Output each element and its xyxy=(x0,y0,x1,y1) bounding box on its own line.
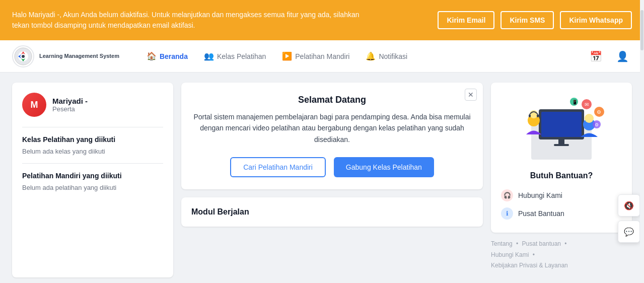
notification-buttons: Kirim Email Kirim SMS Kirim Whatsapp xyxy=(438,11,632,29)
nav-pelatihan-mandiri[interactable]: ▶️ Pelatihan Mandiri xyxy=(275,47,356,65)
hubungi-kami-item[interactable]: 🎧 Hubungi Kami xyxy=(501,186,622,204)
chat-button[interactable]: 💬 xyxy=(618,221,640,243)
float-buttons: 🔇 💬 xyxy=(618,194,640,243)
center-content: ✕ Selamat Datang Portal sistem manajemen… xyxy=(181,83,483,277)
footer-hubungi-kami[interactable]: Hubungi Kami xyxy=(491,251,529,258)
illustration-svg: ✉ ⚙ 📱 ⚙ xyxy=(511,94,612,162)
kelas-section-title: Kelas Pelatihan yang diikuti xyxy=(22,135,163,144)
left-sidebar: M Mariyadi - Peserta Kelas Pelatihan yan… xyxy=(12,83,173,277)
nav-kelas-pelatihan[interactable]: 👥 Kelas Pelatihan xyxy=(197,47,273,65)
svg-point-13 xyxy=(585,114,594,123)
avatar: M xyxy=(22,93,46,117)
user-role: Peserta xyxy=(52,105,88,113)
join-class-button[interactable]: Gabung Kelas Pelatihan xyxy=(334,157,434,177)
close-welcome-button[interactable]: ✕ xyxy=(465,89,477,101)
scrollbar-thumb xyxy=(640,10,643,50)
mandiri-section-title: Pelatihan Mandiri yang diikuti xyxy=(22,172,163,180)
calendar-icon: 📅 xyxy=(590,51,602,62)
right-sidebar: ✉ ⚙ 📱 ⚙ Butuh Bantuan? 🎧 Hubungi Kami ℹ … xyxy=(491,83,632,277)
nav-beranda[interactable]: 🏠 Beranda xyxy=(139,47,195,65)
modul-title: Modul Berjalan xyxy=(191,207,473,217)
welcome-description: Portal sistem manajemen pembelajaran bag… xyxy=(193,111,471,145)
bell-icon: 🔔 xyxy=(366,51,376,61)
divider-2 xyxy=(22,163,163,164)
svg-text:⚙: ⚙ xyxy=(597,109,601,115)
help-card: ✉ ⚙ 📱 ⚙ Butuh Bantuan? 🎧 Hubungi Kami ℹ … xyxy=(491,83,632,233)
headset-icon: 🎧 xyxy=(501,189,513,201)
profile-button[interactable]: 👤 xyxy=(613,47,632,65)
footer-links: Tentang • Pusat bantuan • Hubungi Kami •… xyxy=(491,233,632,277)
nav-notifikasi[interactable]: 🔔 Notifikasi xyxy=(359,47,414,65)
home-icon: 🏠 xyxy=(147,51,157,61)
video-icon: ▶️ xyxy=(282,51,292,61)
header: Learning Management System 🏠 Beranda 👥 K… xyxy=(0,40,644,73)
footer-tentang[interactable]: Tentang xyxy=(491,240,513,247)
divider-1 xyxy=(22,127,163,127)
class-icon: 👥 xyxy=(204,51,214,61)
help-illustration: ✉ ⚙ 📱 ⚙ xyxy=(501,93,622,163)
user-profile: M Mariyadi - Peserta xyxy=(22,93,163,117)
user-name: Mariyadi - xyxy=(52,97,88,105)
send-sms-button[interactable]: Kirim SMS xyxy=(500,11,554,29)
svg-text:📱: 📱 xyxy=(572,99,578,105)
kelas-empty-text: Belum ada kelas yang diikuti xyxy=(22,148,163,155)
user-icon: 👤 xyxy=(616,51,629,62)
footer-pusat-bantuan[interactable]: Pusat bantuan xyxy=(522,240,561,247)
header-right: 📅 👤 xyxy=(587,47,632,65)
footer-kebijakan[interactable]: Kebijakan Privasi & Layanan xyxy=(491,262,568,269)
hubungi-kami-label: Hubungi Kami xyxy=(518,191,562,199)
modul-section: Modul Berjalan xyxy=(181,197,483,227)
welcome-card: ✕ Selamat Datang Portal sistem manajemen… xyxy=(181,83,483,189)
help-title: Butuh Bantuan? xyxy=(501,171,622,180)
main-container: M Mariyadi - Peserta Kelas Pelatihan yan… xyxy=(0,73,644,283)
svg-rect-7 xyxy=(554,144,569,146)
info-icon: ℹ xyxy=(501,207,513,220)
mandiri-empty-text: Belum ada pelatihan yang diikuti xyxy=(22,184,163,191)
logo-text: Learning Management System xyxy=(39,52,119,59)
calendar-button[interactable]: 📅 xyxy=(587,47,605,65)
pusat-bantuan-label: Pusat Bantuan xyxy=(518,209,564,218)
notification-bar: Halo Mariyadi -, Akun Anda belum diaktif… xyxy=(0,0,644,40)
welcome-actions: Cari Pelatihan Mandiri Gabung Kelas Pela… xyxy=(193,157,471,177)
svg-rect-10 xyxy=(529,114,531,117)
user-info: Mariyadi - Peserta xyxy=(52,97,88,113)
pusat-bantuan-item[interactable]: ℹ Pusat Bantuan xyxy=(501,204,622,223)
send-email-button[interactable]: Kirim Email xyxy=(438,11,494,29)
notification-text: Halo Mariyadi -, Akun Anda belum diaktif… xyxy=(12,10,365,31)
welcome-title: Selamat Datang xyxy=(193,95,471,105)
mute-icon: 🔇 xyxy=(624,201,634,210)
svg-rect-5 xyxy=(541,112,582,137)
svg-rect-11 xyxy=(537,114,539,117)
logo-area: Learning Management System xyxy=(12,45,119,67)
svg-point-2 xyxy=(22,55,25,58)
logo xyxy=(12,45,34,67)
send-whatsapp-button[interactable]: Kirim Whatsapp xyxy=(560,11,632,29)
svg-text:✉: ✉ xyxy=(585,102,589,107)
mute-button[interactable]: 🔇 xyxy=(618,194,640,217)
chat-icon: 💬 xyxy=(624,227,634,237)
scrollbar[interactable] xyxy=(640,0,644,283)
search-training-button[interactable]: Cari Pelatihan Mandiri xyxy=(230,157,326,177)
svg-text:⚙: ⚙ xyxy=(595,122,599,127)
logo-icon xyxy=(14,47,32,65)
svg-rect-6 xyxy=(558,139,564,145)
main-nav: 🏠 Beranda 👥 Kelas Pelatihan ▶️ Pelatihan… xyxy=(139,47,587,65)
